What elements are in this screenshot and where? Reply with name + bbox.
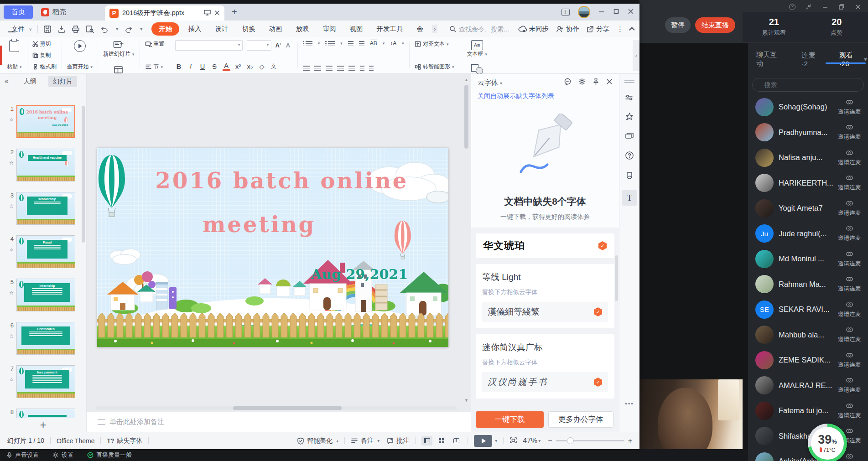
font-family-select[interactable] xyxy=(175,40,243,51)
viewer-search[interactable] xyxy=(752,78,864,92)
line-spacing-button[interactable] xyxy=(360,66,364,71)
slide-thumbnail-3[interactable]: 3☆ scholarship xyxy=(3,192,86,225)
canvas-horizontal-scrollbar[interactable] xyxy=(96,406,457,410)
invite-mic-button[interactable]: 邀请连麦 xyxy=(835,149,863,166)
slide-thumbnail-7[interactable]: 7☆ fees payment xyxy=(3,365,86,398)
minimize-button[interactable] xyxy=(821,3,829,10)
download-all-fonts-button[interactable]: 一键下载 xyxy=(476,411,544,428)
tab-animation[interactable]: 动画 xyxy=(264,23,287,35)
section-button[interactable]: 节▾ xyxy=(145,63,165,71)
smart-beautify-button[interactable]: 智能美化▴ xyxy=(297,437,338,445)
redo-button[interactable] xyxy=(124,26,133,33)
font-card-1[interactable]: 华文琥珀 ✓ xyxy=(476,233,614,258)
align-center-button[interactable] xyxy=(314,66,321,71)
format-painter-button[interactable]: 格式刷 xyxy=(32,63,57,71)
help-circle-icon[interactable] xyxy=(625,151,634,160)
chevron-down-icon[interactable]: ▼ xyxy=(863,57,868,62)
window-switch-icon[interactable]: 1 xyxy=(561,9,570,16)
export-button[interactable] xyxy=(57,25,66,33)
tab-slideshow[interactable]: 放映 xyxy=(291,23,314,35)
tab-transition[interactable]: 切换 xyxy=(237,23,260,35)
slide-title-line2[interactable]: meeting xyxy=(125,212,394,237)
new-tab-button[interactable]: + xyxy=(232,7,237,17)
slide-panel-scrollbar[interactable] xyxy=(82,106,85,243)
viewer-search-input[interactable] xyxy=(753,82,863,88)
tab-member[interactable]: 会 xyxy=(411,23,428,35)
character-spacing-button[interactable]: AB xyxy=(370,40,377,47)
invite-mic-button[interactable]: 邀请连麦 xyxy=(835,402,863,420)
collapse-ribbon-icon[interactable] xyxy=(629,27,635,33)
tab-review[interactable]: 审阅 xyxy=(317,23,341,35)
share-button[interactable]: 分享 xyxy=(587,25,609,33)
convert-to-smartart-button[interactable]: 转智能图形▾ xyxy=(415,63,454,71)
end-stream-button[interactable]: 结束直播 xyxy=(695,17,735,33)
undo-caret-icon[interactable]: ▾ xyxy=(116,26,118,31)
notes-toggle-button[interactable]: 备注▾ xyxy=(351,437,379,445)
strikethrough-button[interactable]: S xyxy=(211,63,218,70)
tab-home[interactable]: 开始 xyxy=(151,22,179,36)
decrease-font-button[interactable]: A− xyxy=(286,42,292,49)
invite-mic-button[interactable]: 邀请连麦 xyxy=(835,174,863,192)
print-preview-button[interactable] xyxy=(86,25,94,33)
slide-thumbnail-2[interactable]: 2☆ Health and vaccine xyxy=(3,149,86,181)
close-button[interactable] xyxy=(854,3,862,10)
collaborate-button[interactable]: 协作 xyxy=(556,25,579,33)
zoom-level[interactable]: 47% xyxy=(523,437,537,445)
fit-slide-button[interactable] xyxy=(509,437,517,445)
invite-mic-button[interactable]: 邀请连麦 xyxy=(835,200,863,217)
font-size-select[interactable] xyxy=(247,40,271,51)
new-slide-button[interactable]: 新建幻灯片▾ xyxy=(103,40,135,58)
present-monitor-icon[interactable] xyxy=(204,9,211,17)
distribute-button[interactable] xyxy=(348,66,355,71)
font-card-3[interactable]: 迷你简汉真广标 替换下方相似云字体 汉仪尚巍手书 ✓ xyxy=(476,334,614,399)
wps-close-button[interactable] xyxy=(628,8,634,16)
sync-status[interactable]: 未同步 xyxy=(518,25,549,33)
panel-title[interactable]: 云字体▾ xyxy=(478,78,502,87)
object-properties-icon[interactable] xyxy=(625,94,634,101)
align-text-button[interactable]: 对齐文本▾ xyxy=(415,40,454,48)
tab-view[interactable]: 视图 xyxy=(344,23,368,35)
subscript-button[interactable]: x₂ xyxy=(246,63,254,70)
zoom-out-button[interactable]: − xyxy=(548,437,552,445)
justify-button[interactable] xyxy=(337,66,344,71)
reset-slide-button[interactable]: 重置 xyxy=(145,40,165,48)
font-color-button[interactable]: A xyxy=(223,62,230,71)
bold-button[interactable]: B xyxy=(175,63,183,70)
wps-maximize-button[interactable] xyxy=(613,8,619,16)
decrease-indent-button[interactable] xyxy=(348,41,353,46)
text-direction-button[interactable]: ↕A xyxy=(390,40,396,47)
duplicate-window-icon[interactable] xyxy=(625,132,634,140)
invite-mic-button[interactable]: 邀请连麦 xyxy=(835,352,863,369)
slides-tab[interactable]: 幻灯片 xyxy=(48,76,78,87)
save-button[interactable] xyxy=(43,25,52,33)
play-options-caret-icon[interactable]: ▾ xyxy=(495,438,497,443)
slide-thumbnail-4[interactable]: 4☆ Fraud xyxy=(3,235,86,268)
bullet-list-button[interactable] xyxy=(306,41,312,46)
user-avatar[interactable] xyxy=(578,6,590,18)
invite-mic-button[interactable]: 邀请连麦 xyxy=(835,225,863,242)
canvas-vertical-scrollbar[interactable]: ▲ ▼ xyxy=(464,78,469,403)
invite-mic-button[interactable]: 邀请连麦 xyxy=(835,250,863,268)
tab-design[interactable]: 设计 xyxy=(210,23,233,35)
zoom-in-button[interactable]: + xyxy=(628,437,632,445)
slide-date-text[interactable]: Aug 29,2021 xyxy=(293,266,426,282)
align-right-button[interactable] xyxy=(326,66,333,71)
slide-thumbnail-5[interactable]: 5☆ Internship xyxy=(3,279,86,311)
document-tab[interactable]: P 2016级开学班会.pptx xyxy=(105,5,224,21)
notes-bar[interactable]: 单击此处添加备注 xyxy=(87,412,471,432)
stream-quality-indicator[interactable]: 直播质量一般 xyxy=(87,451,132,459)
cut-button[interactable]: 剪切 xyxy=(32,40,57,48)
quickbar-more-icon[interactable]: ▾ xyxy=(140,26,142,31)
command-search-input[interactable] xyxy=(459,26,517,33)
tab-developer[interactable]: 开发工具 xyxy=(371,23,408,35)
invite-mic-button[interactable]: 邀请连麦 xyxy=(835,98,863,116)
panel-drag-handle[interactable] xyxy=(624,80,634,83)
numbered-list-button[interactable] xyxy=(328,41,335,46)
underline-button[interactable]: U xyxy=(199,63,207,70)
italic-button[interactable]: I xyxy=(187,62,195,70)
feedback-icon[interactable] xyxy=(564,78,572,87)
zoom-slider[interactable] xyxy=(556,440,624,441)
superscript-button[interactable]: x² xyxy=(234,63,242,70)
invite-mic-button[interactable]: 邀请连麦 xyxy=(835,275,863,293)
invite-mic-button[interactable]: 邀请连麦 xyxy=(835,124,863,141)
